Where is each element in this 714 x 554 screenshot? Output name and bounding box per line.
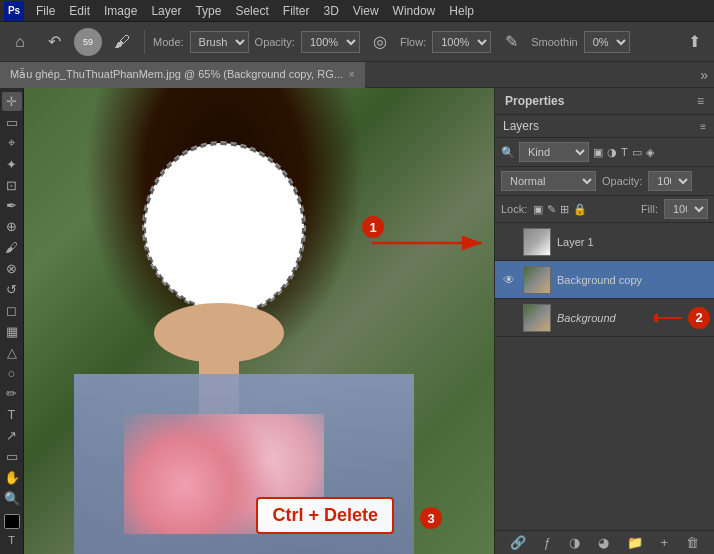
- tool-history-brush[interactable]: ↺: [2, 280, 22, 299]
- layer-item-background[interactable]: 👁 Background: [495, 299, 714, 337]
- filter-text-icon[interactable]: T: [621, 146, 628, 158]
- tool-gradient[interactable]: ▦: [2, 322, 22, 341]
- tab-close-button[interactable]: ×: [349, 69, 355, 80]
- tool-stamp[interactable]: ⊗: [2, 259, 22, 278]
- pen-pressure-button[interactable]: ✎: [497, 28, 525, 56]
- menu-edit[interactable]: Edit: [63, 2, 96, 20]
- kind-select[interactable]: Kind: [519, 142, 589, 162]
- arrow-1: [372, 228, 492, 258]
- arrow-2: [654, 308, 684, 328]
- tool-magic-wand[interactable]: ✦: [2, 155, 22, 174]
- delete-layer-icon[interactable]: 🗑: [686, 535, 699, 550]
- opacity-value-select[interactable]: 100%: [648, 171, 692, 191]
- home-button[interactable]: ⌂: [6, 28, 34, 56]
- layers-title: Layers: [503, 119, 539, 133]
- filter-pixel-icon[interactable]: ▣: [593, 146, 603, 159]
- lock-artboard-icon[interactable]: ⊞: [560, 203, 569, 216]
- add-mask-icon[interactable]: ◑: [569, 535, 580, 550]
- lock-all-icon[interactable]: 🔒: [573, 203, 587, 216]
- menu-file[interactable]: File: [30, 2, 61, 20]
- lock-icons: ▣ ✎ ⊞ 🔒: [533, 203, 587, 216]
- layer-item-bg-copy[interactable]: 👁 Background copy: [495, 261, 714, 299]
- tool-shape[interactable]: ▭: [2, 447, 22, 466]
- airbrush-button[interactable]: ◎: [366, 28, 394, 56]
- properties-menu-icon[interactable]: ≡: [697, 94, 704, 108]
- filter-shape-icon[interactable]: ▭: [632, 146, 642, 159]
- lock-pixels-icon[interactable]: ▣: [533, 203, 543, 216]
- menu-image[interactable]: Image: [98, 2, 143, 20]
- tool-hand[interactable]: ✋: [2, 468, 22, 487]
- right-panel: Properties ≡ Layers ≡ 🔍 Kind ▣ ◑ T ▭ ◈: [494, 88, 714, 554]
- tab-bar: Mẫu ghép_ThuThuatPhanMem.jpg @ 65% (Back…: [0, 62, 714, 88]
- tab-expand-button[interactable]: »: [694, 67, 714, 83]
- step-badge-2: 2: [688, 307, 710, 329]
- layer1-visibility-icon[interactable]: 👁: [501, 234, 517, 250]
- filter-smart-icon[interactable]: ◈: [646, 146, 654, 159]
- link-layers-icon[interactable]: 🔗: [510, 535, 526, 550]
- fill-value-select[interactable]: 100%: [664, 199, 708, 219]
- brush-settings-button[interactable]: 🖌: [108, 28, 136, 56]
- flow-label: Flow:: [400, 36, 426, 48]
- main-area: ✛ ▭ ⌖ ✦ ⊡ ✒ ⊕ 🖌 ⊗ ↺ ◻ ▦ △ ○ ✏ T ↗ ▭ ✋ 🔍 …: [0, 88, 714, 554]
- opacity-label: Opacity:: [255, 36, 295, 48]
- tool-lasso[interactable]: ⌖: [2, 134, 22, 153]
- lock-position-icon[interactable]: ✎: [547, 203, 556, 216]
- smooth-label: Smoothin: [531, 36, 577, 48]
- canvas-area[interactable]: 1 Ctrl + Delete 3: [24, 88, 494, 554]
- add-adjustment-icon[interactable]: ◕: [598, 535, 609, 550]
- add-layer-icon[interactable]: +: [661, 535, 669, 550]
- panel-bottom-toolbar: 🔗 ƒ ◑ ◕ 📁 + 🗑: [495, 530, 714, 554]
- tool-crop[interactable]: ⊡: [2, 176, 22, 195]
- menu-window[interactable]: Window: [387, 2, 442, 20]
- layer-search-bar: 🔍 Kind ▣ ◑ T ▭ ◈: [495, 138, 714, 167]
- bg-visibility-icon[interactable]: 👁: [501, 310, 517, 326]
- toolbox: ✛ ▭ ⌖ ✦ ⊡ ✒ ⊕ 🖌 ⊗ ↺ ◻ ▦ △ ○ ✏ T ↗ ▭ ✋ 🔍 …: [0, 88, 24, 554]
- bgcopy-thumb-image: [524, 267, 550, 293]
- menu-select[interactable]: Select: [229, 2, 274, 20]
- filter-adjustment-icon[interactable]: ◑: [607, 146, 617, 159]
- upload-button[interactable]: ⬆: [680, 28, 708, 56]
- menu-3d[interactable]: 3D: [317, 2, 344, 20]
- tool-path-select[interactable]: ↗: [2, 426, 22, 445]
- opacity-select[interactable]: 100%: [301, 31, 360, 53]
- menu-layer[interactable]: Layer: [145, 2, 187, 20]
- tool-text-bottom[interactable]: T: [2, 531, 22, 550]
- tool-text[interactable]: T: [2, 405, 22, 424]
- layer1-thumb-image: [524, 229, 550, 255]
- tool-select-rect[interactable]: ▭: [2, 113, 22, 132]
- tool-move[interactable]: ✛: [2, 92, 22, 111]
- properties-title: Properties: [505, 94, 564, 108]
- menu-type[interactable]: Type: [189, 2, 227, 20]
- tab-title: Mẫu ghép_ThuThuatPhanMem.jpg @ 65% (Back…: [10, 68, 343, 81]
- document-tab[interactable]: Mẫu ghép_ThuThuatPhanMem.jpg @ 65% (Back…: [0, 62, 366, 88]
- app-logo: Ps: [4, 1, 24, 21]
- tool-eraser[interactable]: ◻: [2, 301, 22, 320]
- opacity-label: Opacity:: [602, 175, 642, 187]
- menu-bar: Ps File Edit Image Layer Type Select Fil…: [0, 0, 714, 22]
- menu-filter[interactable]: Filter: [277, 2, 316, 20]
- tool-blur[interactable]: △: [2, 343, 22, 362]
- tool-brush[interactable]: 🖌: [2, 238, 22, 257]
- brush-size-indicator[interactable]: 59: [74, 28, 102, 56]
- tool-dodge[interactable]: ○: [2, 364, 22, 383]
- add-group-icon[interactable]: 📁: [627, 535, 643, 550]
- blend-opacity-bar: Normal Opacity: 100%: [495, 167, 714, 196]
- blend-mode-select[interactable]: Normal: [501, 171, 596, 191]
- layers-menu-icon[interactable]: ≡: [700, 121, 706, 132]
- bgcopy-visibility-icon[interactable]: 👁: [501, 272, 517, 288]
- flow-select[interactable]: 100%: [432, 31, 491, 53]
- fill-label: Fill:: [641, 203, 658, 215]
- undo-button[interactable]: ↶: [40, 28, 68, 56]
- menu-help[interactable]: Help: [443, 2, 480, 20]
- tool-foreground-color[interactable]: [4, 514, 20, 529]
- mode-select[interactable]: Brush: [190, 31, 249, 53]
- add-style-icon[interactable]: ƒ: [544, 535, 551, 550]
- tool-zoom[interactable]: 🔍: [2, 489, 22, 508]
- menu-view[interactable]: View: [347, 2, 385, 20]
- tool-pen[interactable]: ✏: [2, 384, 22, 403]
- tool-healing[interactable]: ⊕: [2, 217, 22, 236]
- layer-item-layer1[interactable]: 👁 Layer 1: [495, 223, 714, 261]
- smooth-select[interactable]: 0%: [584, 31, 630, 53]
- bgcopy-name: Background copy: [557, 274, 708, 286]
- tool-eyedropper[interactable]: ✒: [2, 196, 22, 215]
